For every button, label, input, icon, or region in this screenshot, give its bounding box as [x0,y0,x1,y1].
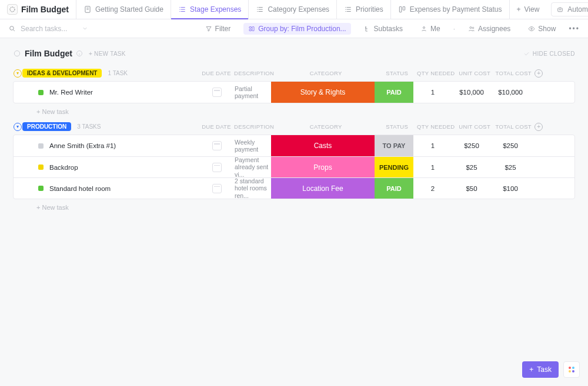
svg-point-5 [559,9,560,9]
group-rows: Anne Smith (Extra #1) Weekly payment Cas… [13,135,575,199]
me-label: Me [430,25,440,33]
col-due-date[interactable]: DUE DATE [199,70,234,76]
task-name: Mr. Red Writer [49,89,93,96]
add-column-button[interactable]: + [533,123,544,131]
chevron-down-icon[interactable] [82,25,88,32]
row-trailing-spacer [530,82,542,103]
description-cell[interactable]: Weekly payment [235,135,271,156]
show-button[interactable]: Show [523,23,560,35]
total-cost-cell[interactable]: $10,000 [491,82,530,103]
tab-category-expenses[interactable]: Category Expenses [249,0,337,19]
group-count: 3 TASKS [77,123,101,130]
hide-closed-button[interactable]: HIDE CLOSED [523,51,575,57]
more-menu-button[interactable]: ••• [569,25,580,33]
col-unit-cost[interactable]: UNIT COST [455,123,494,130]
task-name-cell[interactable]: Backdrop [23,157,199,177]
group-name-cell[interactable]: PRODUCTION 3 TASKS [22,122,199,131]
add-task-row-button[interactable]: + New task [36,204,575,211]
unit-cost-cell[interactable]: $10,000 [452,82,491,103]
total-cost-cell[interactable]: $100 [491,178,530,199]
task-name-cell[interactable]: Standard hotel room [23,178,199,199]
me-button[interactable]: Me [416,23,445,35]
assignees-button[interactable]: Assignees [463,23,515,35]
filter-button[interactable]: Filter [201,23,236,35]
apps-floating-button[interactable] [563,361,580,378]
add-view-button[interactable]: + View [510,0,547,19]
subtasks-button[interactable]: Subtasks [359,23,407,35]
list-name[interactable]: Film Budget [25,49,72,58]
new-task-top-button[interactable]: + NEW TASK [89,51,126,57]
col-qty[interactable]: QTY NEEDED [416,70,455,76]
table-row[interactable]: Anne Smith (Extra #1) Weekly payment Cas… [14,135,574,156]
table-row[interactable]: Backdrop Payment already sent vi... Prop… [14,156,574,177]
new-task-floating-button[interactable]: + Task [522,361,559,378]
list-title-text: Film Budget [21,5,69,14]
list-icon [256,5,264,14]
due-date-cell[interactable] [199,135,235,156]
status-square-icon [38,165,44,170]
qty-cell[interactable]: 1 [413,135,452,156]
col-total-cost[interactable]: TOTAL COST [494,70,533,76]
tab-priorities[interactable]: Priorities [337,0,391,19]
category-badge: Story & Rights [271,82,375,103]
due-date-cell[interactable] [199,178,235,199]
col-description[interactable]: DESCRIPTION [234,123,274,130]
eye-icon [528,25,535,32]
calendar-icon [212,163,222,172]
due-date-cell[interactable] [199,157,235,177]
tab-label: Expenses by Payment Status [410,5,502,14]
unit-cost-cell[interactable]: $50 [452,178,491,199]
category-cell[interactable]: Location Fee [271,178,375,199]
search-input[interactable] [19,24,78,33]
col-category[interactable]: CATEGORY [274,123,377,130]
table-row[interactable]: Standard hotel room 2 standard hotel roo… [14,177,574,199]
col-status[interactable]: STATUS [377,123,416,130]
automate-button[interactable]: Automate [551,2,588,16]
col-unit-cost[interactable]: UNIT COST [455,70,494,76]
qty-cell[interactable]: 1 [413,82,452,103]
description-cell[interactable]: Payment already sent vi... [235,157,271,177]
due-date-cell[interactable] [199,82,235,103]
add-column-button[interactable]: + [533,69,544,78]
description-cell[interactable]: 2 standard hotel rooms ren... [235,178,271,199]
tab-payment-status[interactable]: Expenses by Payment Status [391,0,510,19]
group-toggle[interactable]: ▾ [13,123,22,131]
search-container[interactable] [8,24,96,33]
task-name-cell[interactable]: Mr. Red Writer [23,82,199,103]
total-cost-cell[interactable]: $250 [491,135,530,156]
tab-getting-started[interactable]: Getting Started Guide [76,0,171,19]
qty-cell[interactable]: 2 [413,178,452,199]
calendar-icon [212,141,222,150]
category-cell[interactable]: Props [271,157,375,177]
filter-label: Filter [215,25,231,33]
status-cell[interactable]: PENDING [375,157,413,177]
col-status[interactable]: STATUS [377,70,416,76]
category-cell[interactable]: Story & Rights [271,82,375,103]
qty-cell[interactable]: 1 [413,157,452,177]
category-cell[interactable]: Casts [271,135,375,156]
col-total-cost[interactable]: TOTAL COST [494,123,533,130]
task-name-cell[interactable]: Anne Smith (Extra #1) [23,135,199,156]
status-cell[interactable]: PAID [375,82,413,103]
col-category[interactable]: CATEGORY [274,70,377,76]
assignees-label: Assignees [478,25,510,33]
group-toggle[interactable]: ▾ [13,69,22,78]
list-title-tab[interactable]: Film Budget [6,0,76,19]
col-description[interactable]: DESCRIPTION [234,70,274,76]
add-task-row-button[interactable]: + New task [36,108,575,115]
status-cell[interactable]: TO PAY [375,135,413,156]
status-square-icon [38,90,44,95]
status-cell[interactable]: PAID [375,178,413,199]
svg-rect-4 [558,8,563,11]
table-row[interactable]: Mr. Red Writer Partial payment Story & R… [14,82,574,103]
unit-cost-cell[interactable]: $25 [452,157,491,177]
col-due-date[interactable]: DUE DATE [199,123,234,130]
info-icon[interactable] [76,50,83,57]
col-qty[interactable]: QTY NEEDED [416,123,455,130]
description-cell[interactable]: Partial payment [235,82,271,103]
tab-stage-expenses[interactable]: Stage Expenses [171,0,249,19]
group-name-cell[interactable]: IDEAS & DEVELOPMENT 1 TASK [22,69,199,78]
total-cost-cell[interactable]: $25 [491,157,530,177]
groupby-button[interactable]: Group by: Film Production... [243,23,350,35]
unit-cost-cell[interactable]: $250 [452,135,491,156]
